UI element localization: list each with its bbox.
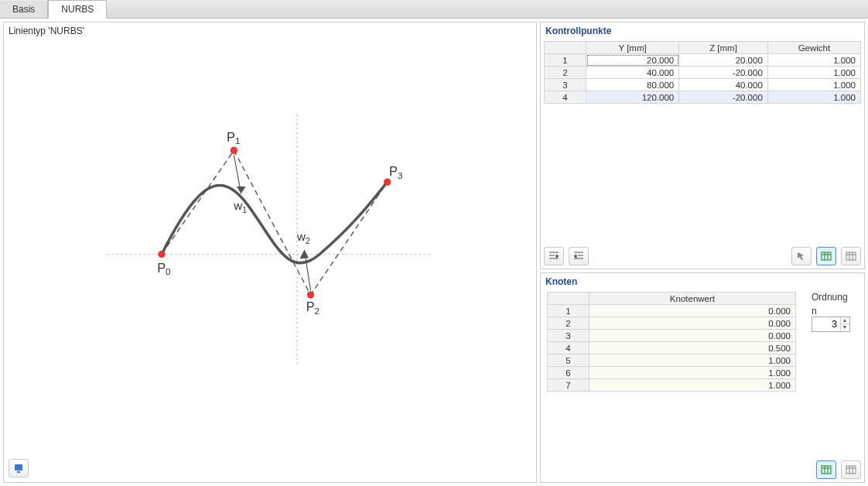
knoten-import-button[interactable] <box>816 460 836 479</box>
preview-title: Linientyp 'NURBS' <box>4 22 536 41</box>
table-row[interactable]: 40.500 <box>548 342 796 354</box>
kontrollpunkte-table[interactable]: Y [mm] Z [mm] Gewicht 1 20.000 20.000 1.… <box>544 41 861 104</box>
spreadsheet-import-icon <box>821 464 832 475</box>
indent-right-button[interactable] <box>569 247 589 265</box>
indent-left-button[interactable] <box>544 247 564 265</box>
stepper-down-icon[interactable]: ▾ <box>840 324 849 331</box>
svg-rect-18 <box>15 464 22 471</box>
table-row[interactable]: 10.000 <box>548 305 796 317</box>
svg-point-11 <box>384 179 391 186</box>
svg-text:P2: P2 <box>306 299 320 316</box>
table-row[interactable]: 4 120.000 -20.000 1.000 <box>545 91 861 104</box>
arrow-cursor-icon <box>796 251 807 262</box>
nurbs-curve-svg: P0 P1 P2 P3 w1 w2 <box>10 78 530 403</box>
panel-knoten: Knoten Knotenwert 10.000 20.000 30.000 4… <box>540 272 865 483</box>
import-button[interactable] <box>816 247 836 265</box>
table-row[interactable]: 3 80.000 40.000 1.000 <box>545 79 861 91</box>
ordnung-label: Ordnung <box>812 292 861 303</box>
preview-canvas: P0 P1 P2 P3 w1 w2 <box>4 41 536 482</box>
indent-right-icon <box>573 252 584 261</box>
spreadsheet-export-icon <box>846 464 856 475</box>
svg-rect-19 <box>17 471 20 473</box>
export-button[interactable] <box>841 247 861 265</box>
col-y: Y [mm] <box>586 42 679 54</box>
svg-rect-20 <box>822 466 831 474</box>
table-row[interactable]: 2 40.000 -20.000 1.000 <box>545 67 861 79</box>
table-row[interactable]: 71.000 <box>548 379 796 392</box>
table-row[interactable]: 51.000 <box>548 354 796 367</box>
monitor-icon <box>13 463 24 474</box>
tab-basis[interactable]: Basis <box>0 1 48 18</box>
panel-title-knoten: Knoten <box>541 273 864 292</box>
table-row[interactable]: 1 20.000 20.000 1.000 <box>545 54 861 67</box>
tab-bar: Basis NURBS <box>0 0 868 19</box>
spreadsheet-export-icon <box>846 251 856 262</box>
svg-point-9 <box>231 147 238 154</box>
svg-rect-0 <box>822 252 831 260</box>
col-rownum <box>545 42 586 54</box>
table-row[interactable]: 61.000 <box>548 367 796 379</box>
col-gewicht: Gewicht <box>767 42 860 54</box>
col-rownum <box>548 293 589 305</box>
tab-nurbs[interactable]: NURBS <box>48 0 107 19</box>
svg-rect-1 <box>846 252 856 260</box>
knoten-table[interactable]: Knotenwert 10.000 20.000 30.000 40.500 5… <box>547 292 796 392</box>
table-row[interactable]: 20.000 <box>548 317 796 330</box>
ordnung-stepper[interactable]: ▴ ▾ <box>812 317 850 332</box>
col-knotenwert: Knotenwert <box>589 293 796 305</box>
spreadsheet-import-icon <box>821 251 832 262</box>
svg-text:P3: P3 <box>389 164 402 180</box>
svg-text:P1: P1 <box>227 130 240 146</box>
svg-point-10 <box>307 291 314 298</box>
panel-title-kontrollpunkte: Kontrollpunkte <box>541 22 864 41</box>
panel-kontrollpunkte: Kontrollpunkte Y [mm] Z [mm] Gewicht 1 2… <box>540 22 865 269</box>
svg-text:P0: P0 <box>157 261 171 277</box>
ordnung-n-label: n <box>812 306 817 317</box>
ordnung-input[interactable] <box>812 319 840 330</box>
ordnung-group: Ordnung n ▴ ▾ <box>812 292 861 392</box>
knoten-export-button[interactable] <box>841 460 861 479</box>
panel-preview: Linientyp 'NURBS' <box>3 22 537 483</box>
preview-tool-button[interactable] <box>9 459 29 477</box>
svg-rect-21 <box>846 466 856 474</box>
pick-button[interactable] <box>791 247 812 265</box>
indent-left-icon <box>548 252 559 261</box>
table-row[interactable]: 30.000 <box>548 330 796 342</box>
svg-point-8 <box>158 251 165 258</box>
svg-text:w2: w2 <box>296 230 310 245</box>
col-z: Z [mm] <box>679 42 768 54</box>
